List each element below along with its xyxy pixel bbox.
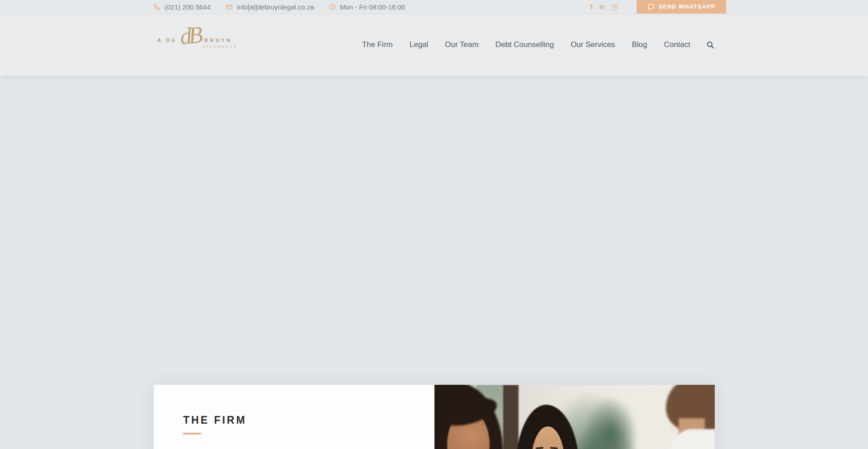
firm-text-column: THE FIRM We are a passionate and dedicat… [154, 385, 434, 449]
contact-info: (021) 200 5644 · info[at]debruynlegal.co… [154, 3, 405, 11]
phone-number[interactable]: (021) 200 5644 [165, 3, 211, 11]
hours-item: Mon - Fri 08:00-16:00 [329, 3, 405, 11]
separator-dot: · [216, 3, 220, 11]
photo-woman-center-eyebrow [536, 447, 543, 449]
separator-dot: · [320, 3, 324, 11]
nav-item-the-firm[interactable]: The Firm [362, 40, 393, 49]
business-hours: Mon - Fri 08:00-16:00 [340, 3, 405, 11]
nav-link-our-team[interactable]: Our Team [445, 40, 478, 49]
nav-item-legal[interactable]: Legal [410, 40, 429, 49]
photo-plant [584, 397, 638, 449]
mail-icon [226, 4, 233, 10]
firm-section-title: THE FIRM [183, 414, 407, 426]
nav-link-our-services[interactable]: Our Services [571, 40, 615, 49]
photo-woman-center-eyebrow [550, 447, 558, 449]
nav-link-legal[interactable]: Legal [410, 40, 429, 49]
nav-item-our-services[interactable]: Our Services [571, 40, 615, 49]
logo-prefix: A DE [157, 38, 177, 43]
nav-item-contact[interactable]: Contact [664, 40, 690, 49]
nav-item-debt-counselling[interactable]: Debt Counselling [495, 40, 554, 49]
email-item[interactable]: info[at]debruynlegal.co.za [226, 3, 314, 11]
nav-link-debt-counselling[interactable]: Debt Counselling [495, 40, 554, 49]
send-whatsapp-button[interactable]: SEND WHATSAPP [637, 0, 726, 14]
photo-window-frame [503, 385, 519, 449]
nav-link-blog[interactable]: Blog [632, 40, 647, 49]
facebook-icon[interactable]: f [590, 4, 593, 10]
whatsapp-button-label: SEND WHATSAPP [659, 4, 716, 10]
firm-photo [434, 385, 715, 449]
instagram-glyph [612, 4, 618, 10]
main-navigation: The Firm Legal Our Team Debt Counselling… [362, 40, 714, 49]
nav-link-the-firm[interactable]: The Firm [362, 40, 393, 49]
search-button[interactable] [707, 41, 714, 49]
title-divider [183, 433, 201, 435]
firm-intro-paragraph: We are a passionate and dedicated team o… [183, 446, 407, 449]
logo-name: BRUYN [204, 38, 232, 43]
nav-item-our-team[interactable]: Our Team [445, 40, 478, 49]
search-icon [707, 41, 714, 49]
instagram-icon[interactable] [612, 4, 618, 10]
social-links: f in [590, 0, 618, 14]
nav-item-blog[interactable]: Blog [632, 40, 647, 49]
logo-monogram: dB [174, 21, 206, 52]
chat-bubble-icon [647, 3, 655, 10]
linkedin-icon[interactable]: in [599, 4, 605, 10]
hero-section [0, 76, 868, 385]
clock-icon [329, 4, 336, 10]
photo-man-shirt [660, 429, 715, 449]
topbar: (021) 200 5644 · info[at]debruynlegal.co… [0, 0, 868, 14]
nav-link-contact[interactable]: Contact [664, 40, 690, 49]
phone-item[interactable]: (021) 200 5644 [154, 3, 211, 11]
site-header: A DE dB BRUYN ATTORNEYS The Firm Legal O… [0, 14, 868, 76]
firm-section-card: THE FIRM We are a passionate and dedicat… [154, 385, 715, 449]
phone-icon [154, 4, 160, 10]
logo-tagline: ATTORNEYS [203, 45, 237, 49]
email-address[interactable]: info[at]debruynlegal.co.za [237, 3, 314, 11]
site-logo[interactable]: A DE dB BRUYN ATTORNEYS [154, 25, 249, 52]
